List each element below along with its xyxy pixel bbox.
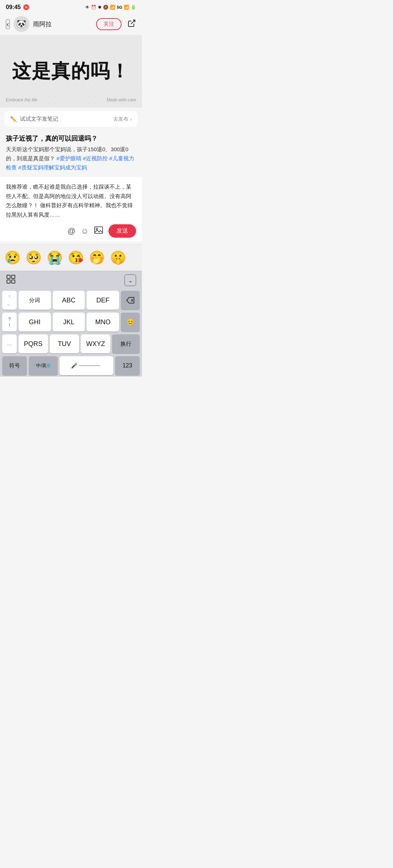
nav-bar: ‹ 🐼 雨阿拉 关注 bbox=[0, 13, 142, 35]
alarm-icon: ⏰ bbox=[91, 5, 96, 10]
share-button[interactable] bbox=[127, 19, 136, 29]
key-punct-col-3[interactable]: … bbox=[2, 334, 17, 353]
content-title: 孩子近视了，真的可以回退吗？ bbox=[6, 134, 136, 143]
keyboard: ' 。 分词 ABC DEF ? ！ GHI JKL MNO 😊 bbox=[0, 289, 142, 377]
image-button[interactable] bbox=[94, 225, 103, 237]
key-def[interactable]: DEF bbox=[87, 291, 119, 310]
hero-subtitle-left: Embrace the life bbox=[6, 97, 37, 103]
username: 雨阿拉 bbox=[33, 20, 92, 28]
status-icons: 👁 ⏰ ✱ 🔕 📶 5G 📶 🔋 bbox=[85, 5, 136, 10]
key-newline[interactable]: 换行 bbox=[112, 334, 140, 353]
keyboard-toolbar: ⌄ bbox=[0, 271, 142, 289]
key-fenchi[interactable]: 分词 bbox=[19, 291, 51, 310]
emoji-item-4[interactable]: 😘 bbox=[66, 248, 85, 267]
content-area: 孩子近视了，真的可以回退吗？ 天天听这个宝妈那个宝妈说，孩子150退0、300退… bbox=[0, 130, 142, 174]
avatar: 🐼 bbox=[13, 16, 29, 32]
emoji-row: 😢 🥺 😭 😘 🤭 🤫 bbox=[0, 244, 142, 271]
comment-text[interactable]: 我推荐谁，瞧不起谁是我自己选择，拉踩谈不上，某些人不配。但是高阿的地位没人可以动… bbox=[6, 182, 136, 219]
key-pqrs[interactable]: PQRS bbox=[19, 334, 48, 353]
comment-box: 我推荐谁，瞧不起谁是我自己选择，拉踩谈不上，某些人不配。但是高阿的地位没人可以动… bbox=[0, 177, 142, 241]
follow-button[interactable]: 关注 bbox=[96, 18, 122, 30]
svg-rect-3 bbox=[7, 275, 10, 278]
key-lang[interactable]: 中/英 🌐 bbox=[29, 356, 58, 375]
key-mno[interactable]: MNO bbox=[87, 313, 119, 331]
emoji-item-6[interactable]: 🤫 bbox=[108, 248, 127, 267]
eye-icon: 👁 bbox=[85, 5, 90, 10]
battery-icon: 🔋 bbox=[131, 5, 136, 10]
key-punct-col-2[interactable]: ? ！ bbox=[2, 313, 17, 331]
keyboard-row-3: … PQRS TUV WXYZ 换行 bbox=[0, 333, 142, 355]
keyboard-grid-icon[interactable] bbox=[6, 274, 16, 286]
emoji-item-2[interactable]: 🥺 bbox=[24, 248, 43, 267]
mic-icon: 🎤 bbox=[71, 363, 77, 369]
status-time: 09:45 bbox=[6, 4, 21, 11]
5g-icon: 5G bbox=[117, 5, 122, 9]
svg-point-2 bbox=[96, 228, 98, 230]
hero-subtitle-right: Made with care bbox=[107, 97, 136, 103]
hero-title: 这是真的吗！ bbox=[12, 61, 130, 81]
key-abc[interactable]: ABC bbox=[53, 291, 85, 310]
key-wxyz[interactable]: WXYZ bbox=[81, 334, 110, 353]
bluetooth-icon: ✱ bbox=[98, 5, 102, 10]
emoji-item-3[interactable]: 😭 bbox=[45, 248, 64, 267]
emoji-item-5[interactable]: 🤭 bbox=[87, 248, 106, 267]
key-space[interactable]: 🎤 bbox=[60, 356, 113, 375]
write-bar-left: ✏️ 试试文字发笔记 bbox=[10, 116, 58, 122]
svg-rect-1 bbox=[95, 227, 103, 233]
send-button[interactable]: 发送 bbox=[108, 224, 136, 238]
svg-line-0 bbox=[131, 20, 135, 24]
at-button[interactable]: @ bbox=[67, 226, 75, 236]
keyboard-row-2: ? ！ GHI JKL MNO 😊 bbox=[0, 311, 142, 333]
pencil-icon: ✏️ bbox=[10, 116, 17, 122]
chevron-right-icon: › bbox=[130, 116, 132, 122]
key-emoji[interactable]: 😊 bbox=[121, 313, 140, 331]
comment-actions: @ ☺ 发送 bbox=[6, 223, 136, 238]
key-punct-col[interactable]: ' 。 bbox=[2, 291, 17, 310]
keyboard-row-1: ' 。 分词 ABC DEF bbox=[0, 289, 142, 311]
publish-label: 去发布 bbox=[113, 116, 128, 122]
svg-rect-4 bbox=[12, 275, 15, 278]
key-symbol[interactable]: 符号 bbox=[2, 356, 27, 375]
notification-badge: ♥ bbox=[23, 4, 29, 10]
content-body: 天天听这个宝妈那个宝妈说，孩子150退0、300退0的，到底是真是假？ #爱护眼… bbox=[6, 145, 136, 172]
write-note-bar[interactable]: ✏️ 试试文字发笔记 去发布 › bbox=[4, 111, 138, 127]
svg-rect-5 bbox=[7, 280, 10, 283]
write-bar-right[interactable]: 去发布 › bbox=[113, 116, 132, 122]
write-placeholder: 试试文字发笔记 bbox=[20, 116, 58, 122]
signal-icon: 📶 bbox=[124, 5, 129, 10]
back-button[interactable]: ‹ bbox=[6, 19, 10, 29]
emoji-button[interactable]: ☺ bbox=[81, 226, 89, 236]
wifi-icon: 📶 bbox=[110, 5, 115, 10]
emoji-item-1[interactable]: 😢 bbox=[3, 248, 22, 267]
hero-image: 这是真的吗！ Embrace the life Made with care bbox=[0, 35, 142, 108]
key-123[interactable]: 123 bbox=[115, 356, 140, 375]
status-bar: 09:45 ♥ 👁 ⏰ ✱ 🔕 📶 5G 📶 🔋 bbox=[0, 0, 142, 13]
keyboard-row-4: 符号 中/英 🌐 🎤 123 bbox=[0, 355, 142, 377]
svg-rect-6 bbox=[12, 280, 15, 283]
backspace-button[interactable] bbox=[121, 291, 140, 310]
no-sound-icon: 🔕 bbox=[103, 5, 108, 10]
key-jkl[interactable]: JKL bbox=[53, 313, 85, 331]
key-ghi[interactable]: GHI bbox=[19, 313, 51, 331]
keyboard-hide-button[interactable]: ⌄ bbox=[124, 274, 136, 286]
key-tuv[interactable]: TUV bbox=[50, 334, 79, 353]
